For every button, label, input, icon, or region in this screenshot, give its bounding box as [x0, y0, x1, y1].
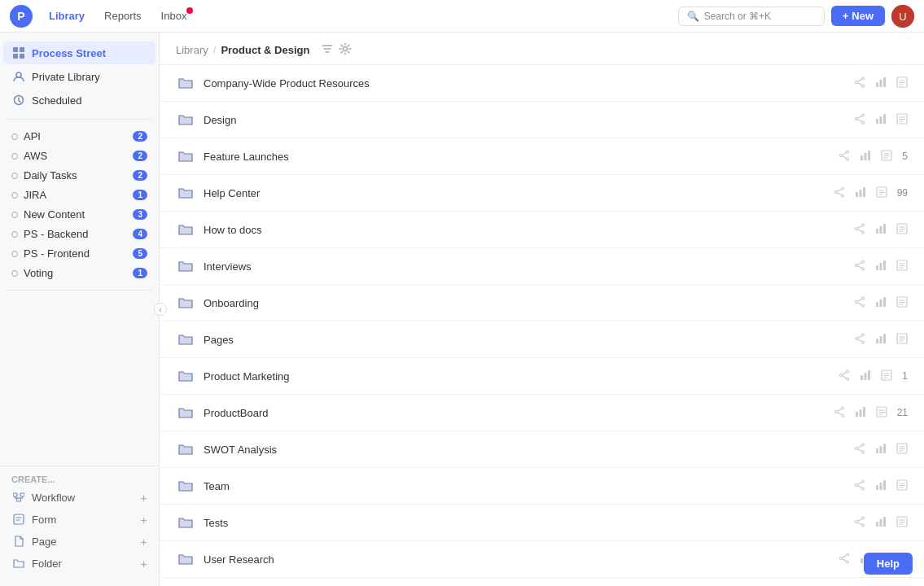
chart-icon[interactable] — [875, 443, 887, 457]
folder-name: ProductBoard — [204, 407, 834, 419]
share-icon[interactable] — [854, 113, 865, 127]
svg-rect-95 — [883, 480, 886, 490]
share-icon[interactable] — [839, 370, 850, 383]
tag-label: Daily Tasks — [24, 169, 133, 181]
share-icon[interactable] — [834, 406, 845, 420]
folder-actions — [854, 479, 908, 493]
sidebar-scheduled-label: Scheduled — [32, 94, 147, 107]
share-icon[interactable] — [854, 77, 865, 90]
chart-icon[interactable] — [855, 406, 866, 420]
svg-point-27 — [847, 151, 849, 153]
folder-row[interactable]: Design — [160, 102, 924, 138]
svg-text:U: U — [899, 11, 906, 23]
nav-inbox[interactable]: Inbox — [153, 7, 195, 25]
folder-row[interactable]: ProductBoard 21 — [160, 395, 924, 431]
chart-icon[interactable] — [875, 77, 887, 90]
settings-icon[interactable] — [339, 42, 352, 58]
filter-icon[interactable] — [321, 42, 334, 58]
app-logo[interactable]: P — [10, 5, 33, 28]
sidebar-tag-aws[interactable]: AWS 2 — [3, 146, 155, 165]
chart-icon[interactable] — [875, 113, 887, 127]
svg-rect-3 — [20, 47, 24, 52]
help-button[interactable]: Help — [864, 553, 913, 575]
sidebar-tag-daily-tasks[interactable]: Daily Tasks 2 — [3, 166, 155, 185]
list-icon[interactable] — [881, 370, 892, 383]
chart-icon[interactable] — [855, 186, 866, 200]
create-page[interactable]: Page + — [3, 531, 155, 552]
chart-icon[interactable] — [875, 479, 887, 493]
sidebar-collapse-button[interactable]: ‹ — [154, 303, 167, 316]
folder-name: Onboarding — [204, 297, 854, 309]
sidebar-tag-voting[interactable]: Voting 1 — [3, 264, 155, 282]
folder-row[interactable]: Tests — [160, 505, 924, 541]
list-icon[interactable] — [896, 223, 908, 237]
folder-row[interactable]: User Research 3 — [160, 541, 924, 578]
avatar[interactable]: U — [891, 5, 914, 28]
list-icon[interactable] — [896, 113, 908, 127]
share-icon[interactable] — [839, 150, 850, 164]
list-icon[interactable] — [896, 296, 908, 310]
sidebar-tag-ps---backend[interactable]: PS - Backend 4 — [3, 225, 155, 243]
folder-row[interactable]: Product Marketing 1 — [160, 358, 924, 395]
top-nav: P Library Reports Inbox 🔍 Search or ⌘+K … — [0, 0, 924, 33]
breadcrumb-library[interactable]: Library — [176, 44, 208, 56]
create-folder[interactable]: Folder + — [3, 553, 155, 574]
list-icon[interactable] — [896, 479, 908, 493]
nav-reports[interactable]: Reports — [96, 7, 150, 25]
svg-point-98 — [862, 524, 865, 527]
folder-row[interactable]: Pages — [160, 321, 924, 358]
list-icon[interactable] — [896, 77, 908, 90]
chart-icon[interactable] — [875, 516, 887, 530]
list-icon[interactable] — [896, 260, 908, 273]
share-icon[interactable] — [854, 333, 865, 347]
folder-row[interactable]: Feature Launches 5 — [160, 138, 924, 175]
chart-icon[interactable] — [860, 370, 871, 383]
create-form[interactable]: Form + — [3, 509, 155, 530]
chart-icon[interactable] — [875, 223, 887, 237]
folder-row[interactable]: Interviews — [160, 248, 924, 285]
svg-rect-60 — [883, 297, 886, 307]
svg-rect-31 — [865, 153, 867, 160]
chart-icon[interactable] — [875, 296, 887, 310]
share-icon[interactable] — [839, 553, 850, 566]
sidebar-item-process-street[interactable]: Process Street — [3, 42, 155, 64]
chart-icon[interactable] — [860, 150, 871, 164]
list-icon[interactable] — [896, 443, 908, 457]
svg-point-50 — [856, 264, 858, 266]
create-workflow[interactable]: Workflow + — [3, 487, 155, 508]
folder-row[interactable]: How to docs — [160, 212, 924, 248]
new-button[interactable]: + New — [831, 6, 885, 26]
folder-row[interactable]: Help Center 99 — [160, 175, 924, 212]
sidebar-item-private-library[interactable]: Private Library — [3, 65, 155, 88]
share-icon[interactable] — [854, 260, 865, 273]
sidebar-tag-jira[interactable]: JIRA 1 — [3, 186, 155, 204]
list-icon[interactable] — [876, 186, 887, 200]
sidebar-tag-new-content[interactable]: New Content 3 — [3, 205, 155, 224]
svg-rect-107 — [861, 558, 863, 563]
share-icon[interactable] — [834, 186, 845, 200]
list-icon[interactable] — [896, 516, 908, 530]
share-icon[interactable] — [854, 223, 865, 237]
sidebar-item-scheduled[interactable]: Scheduled — [3, 89, 155, 112]
share-icon[interactable] — [854, 516, 865, 530]
folder-row[interactable]: Onboarding — [160, 285, 924, 321]
share-icon[interactable] — [854, 443, 865, 457]
folder-row[interactable]: SWOT Analysis — [160, 431, 924, 468]
search-box[interactable]: 🔍 Search or ⌘+K — [678, 7, 825, 26]
svg-rect-81 — [863, 407, 865, 417]
share-icon[interactable] — [854, 296, 865, 310]
list-icon[interactable] — [876, 406, 887, 420]
nav-library[interactable]: Library — [41, 7, 93, 25]
svg-point-21 — [862, 121, 865, 124]
share-icon[interactable] — [854, 479, 865, 493]
list-icon[interactable] — [881, 150, 892, 164]
list-icon[interactable] — [896, 333, 908, 347]
chart-icon[interactable] — [875, 260, 887, 273]
svg-point-97 — [862, 517, 865, 519]
sidebar-tag-api[interactable]: API 2 — [3, 127, 155, 146]
folder-row[interactable]: Team — [160, 468, 924, 505]
chart-icon[interactable] — [875, 333, 887, 347]
svg-point-69 — [847, 370, 849, 373]
folder-row[interactable]: Company-Wide Product Resources — [160, 65, 924, 102]
sidebar-tag-ps---frontend[interactable]: PS - Frontend 5 — [3, 244, 155, 263]
